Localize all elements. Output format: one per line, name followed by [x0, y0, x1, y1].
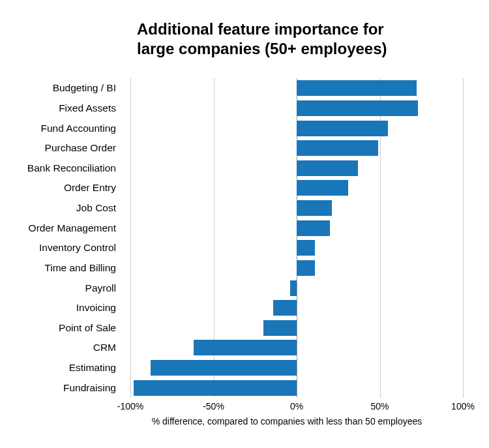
- y-tick-label: Estimating: [0, 363, 124, 373]
- chart-title: Additional feature importance for large …: [137, 20, 476, 59]
- plot-area: [130, 78, 463, 398]
- chart-title-line1: Additional feature importance for: [137, 20, 384, 38]
- x-axis-caption: % difference, compared to companies with…: [0, 416, 489, 426]
- bar: [297, 140, 378, 156]
- y-tick-label: Inventory Control: [0, 243, 124, 253]
- x-tick-label: -100%: [117, 401, 143, 411]
- y-tick-label: Invoicing: [0, 303, 124, 313]
- y-tick-label: Time and Billing: [0, 263, 124, 273]
- x-tick-label: 0%: [290, 401, 303, 411]
- bar: [134, 380, 297, 396]
- y-tick-label: Payroll: [0, 283, 124, 293]
- bar: [297, 100, 418, 116]
- bar: [297, 160, 358, 176]
- y-tick-label: Bank Reconciliation: [0, 163, 124, 173]
- y-tick-label: Order Management: [0, 223, 124, 233]
- grid-line: [463, 78, 464, 398]
- y-tick-label: Budgeting / BI: [0, 83, 124, 93]
- x-tick-label: 100%: [451, 401, 475, 411]
- bar: [297, 240, 315, 256]
- y-tick-label: Job Cost: [0, 203, 124, 213]
- bar: [194, 340, 297, 355]
- bar: [297, 260, 315, 276]
- y-tick-label: Fund Accounting: [0, 123, 124, 134]
- y-tick-label: Fixed Assets: [0, 103, 124, 113]
- chart-title-line2: large companies (50+ employees): [137, 40, 387, 57]
- bar: [297, 200, 332, 216]
- x-tick-label: -50%: [203, 401, 224, 411]
- bar: [263, 320, 297, 336]
- y-tick-label: CRM: [0, 342, 124, 353]
- y-tick-label: Point of Sale: [0, 323, 124, 333]
- y-tick-label: Purchase Order: [0, 143, 124, 153]
- bars-layer: [130, 78, 463, 398]
- bar: [297, 121, 388, 136]
- y-tick-label: Fundraising: [0, 383, 124, 393]
- bar: [297, 220, 330, 236]
- x-tick-label: 50%: [370, 401, 389, 411]
- bar: [273, 300, 297, 316]
- bar: [297, 180, 348, 196]
- bar: [151, 360, 297, 376]
- y-tick-label: Order Entry: [0, 183, 124, 193]
- bar: [297, 80, 417, 96]
- bar: [290, 280, 297, 296]
